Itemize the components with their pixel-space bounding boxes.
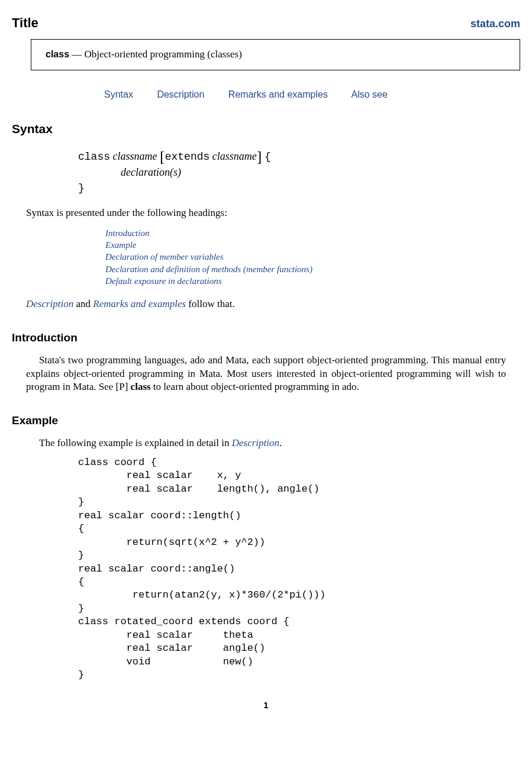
follow-rem[interactable]: Remarks and examples	[93, 298, 186, 309]
nav-alsosee[interactable]: Also see	[352, 89, 388, 99]
toc-example[interactable]: Example	[105, 239, 520, 251]
entry-dash: —	[69, 49, 85, 60]
example-lead: The following example is explained in de…	[26, 437, 506, 450]
syntax-toc: Introduction Example Declaration of memb…	[105, 227, 520, 287]
toc-member-vars[interactable]: Declaration of member variables	[105, 251, 520, 263]
follow-suffix: follow that.	[186, 298, 235, 309]
declarations: declaration(s)	[121, 166, 181, 178]
nav-syntax[interactable]: Syntax	[104, 89, 133, 99]
kw-extends: extends	[165, 151, 210, 163]
intro-body-2: to learn about object-oriented programmi…	[151, 381, 359, 392]
kw-class: class	[78, 151, 110, 163]
title-box: class — Object-oriented programming (cla…	[31, 39, 520, 70]
page-number: 1	[12, 699, 520, 711]
intro-ref-bracket: [P]	[116, 381, 128, 392]
entry-desc: Object-oriented programming (classes)	[85, 49, 242, 60]
toc-exposure[interactable]: Default exposure in declarations	[105, 275, 520, 287]
nav-description[interactable]: Description	[157, 89, 204, 99]
syntax-heading: Syntax	[12, 121, 520, 137]
page-header: Title stata.com	[12, 14, 520, 32]
close-bracket-icon: ]	[257, 151, 262, 162]
introduction-heading: Introduction	[12, 330, 520, 346]
intro-ref-bold[interactable]: class	[128, 381, 150, 392]
example-lead-em[interactable]: Description	[232, 437, 279, 448]
nav-remarks[interactable]: Remarks and examples	[228, 89, 328, 99]
classname-2: classname	[212, 150, 257, 162]
follow-desc[interactable]: Description	[26, 298, 73, 309]
example-heading: Example	[12, 413, 520, 428]
section-nav: Syntax Description Remarks and examples …	[104, 88, 520, 101]
toc-methods[interactable]: Declaration and definition of methods (m…	[105, 263, 520, 275]
syntax-block: class classname [extends classname] { de…	[78, 149, 520, 196]
open-bracket-icon: [	[160, 151, 165, 162]
entry-name: class	[46, 49, 69, 59]
follow-and: and	[73, 298, 93, 309]
site-link[interactable]: stata.com	[470, 17, 520, 31]
open-brace: {	[265, 151, 271, 163]
example-code: class coord { real scalar x, y real scal…	[78, 456, 520, 682]
classname-1: classname	[113, 150, 157, 162]
syntax-intro-line: Syntax is presented under the following …	[26, 206, 506, 220]
example-lead-end: .	[279, 437, 282, 448]
follow-line: Description and Remarks and examples fol…	[26, 298, 506, 311]
page-title: Title	[12, 14, 38, 32]
close-brace: }	[78, 182, 85, 194]
example-lead-text: The following example is explained in de…	[39, 437, 232, 448]
toc-introduction[interactable]: Introduction	[105, 227, 520, 239]
introduction-body: Stata's two programming languages, ado a…	[26, 354, 506, 395]
